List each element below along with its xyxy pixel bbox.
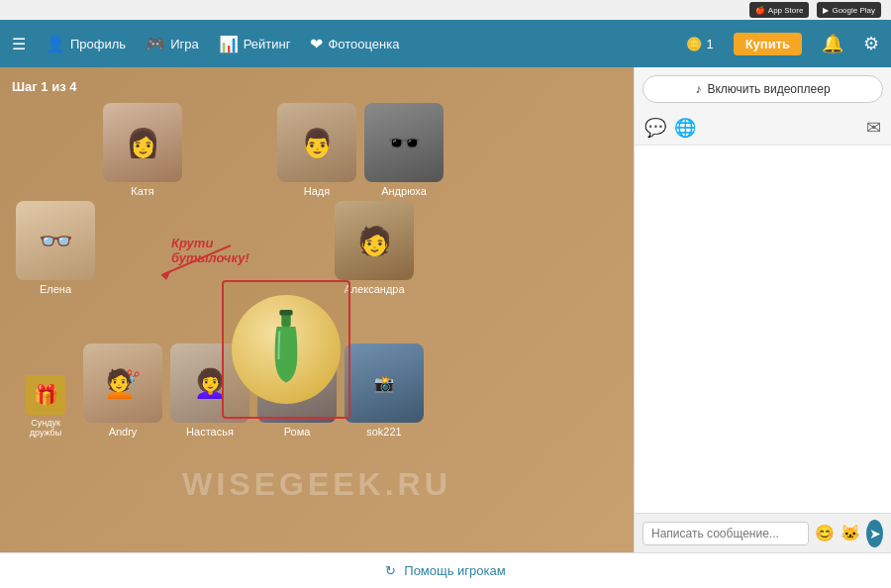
list-item: 🕶️ Андрюха xyxy=(364,103,444,197)
send-button[interactable]: ➤ xyxy=(866,520,883,547)
send-icon: ➤ xyxy=(869,526,881,541)
avatar: 👨 xyxy=(277,103,356,182)
mail-icon[interactable]: ✉ xyxy=(866,117,881,139)
spin-hint-text: Крути бутылочку! xyxy=(171,236,260,265)
video-player-btn[interactable]: ♪ Включить видеоплеер xyxy=(643,75,883,103)
nav-menu-btn[interactable]: ☰ xyxy=(12,35,26,53)
right-panel: ♪ Включить видеоплеер 💬 🌐 ✉ 😊 🐱 ➤ xyxy=(634,67,891,552)
google-play-label: Google Play xyxy=(832,6,875,15)
player-name: Андрюха xyxy=(381,185,427,197)
profile-label: Профиль xyxy=(70,37,126,51)
game-label: Игра xyxy=(170,37,199,51)
profile-icon: 👤 xyxy=(46,35,65,53)
player-name: Настасья xyxy=(186,426,234,438)
emoji-btn[interactable]: 😊 xyxy=(815,524,835,542)
bottle-circle xyxy=(232,295,341,404)
content-row: Шаг 1 из 4 👩 Катя 👨 Надя 🕶️ Андрюха xyxy=(0,67,891,552)
watermark: WISEGEEK.RU xyxy=(182,466,451,503)
photo-rating-label: Фотооценка xyxy=(328,37,399,51)
list-item: 👓 Елена xyxy=(16,201,95,340)
player-name: Рома xyxy=(284,426,311,438)
svg-marker-3 xyxy=(161,270,171,280)
music-note-icon: ♪ xyxy=(695,82,701,96)
buy-button[interactable]: Купить xyxy=(734,33,802,55)
coin-icon: 🪙 xyxy=(686,37,702,51)
app-store-label: App Store xyxy=(768,6,804,15)
photo-icon: ❤ xyxy=(310,35,323,53)
svg-rect-1 xyxy=(279,309,292,315)
help-refresh-icon: ↻ xyxy=(385,563,396,578)
list-item: 👨 Надя xyxy=(277,103,356,197)
chest-label: Сундук дружбы xyxy=(16,418,75,438)
player-name: Надя xyxy=(304,185,330,197)
player-name: Елена xyxy=(40,283,71,295)
settings-gear-icon[interactable]: ⚙ xyxy=(863,33,879,54)
chat-input[interactable] xyxy=(643,522,809,545)
list-item: 📸 sok221 xyxy=(345,343,424,438)
google-play-btn[interactable]: ▶ Google Play xyxy=(817,2,881,18)
avatar: 📸 xyxy=(345,343,424,423)
main-wrapper: Шаг 1 из 4 👩 Катя 👨 Надя 🕶️ Андрюха xyxy=(0,67,891,588)
chat-bubble-icon[interactable]: 💬 xyxy=(644,117,666,139)
globe-icon[interactable]: 🌐 xyxy=(674,117,696,139)
app-store-btn[interactable]: 🍎 App Store xyxy=(749,2,810,18)
list-item: 👩 Катя xyxy=(103,103,182,197)
chat-messages-area xyxy=(635,146,891,513)
chest-item[interactable]: 🎁 Сундук дружбы xyxy=(16,375,75,438)
menu-icon: ☰ xyxy=(12,35,26,53)
nav-game[interactable]: 🎮 Игра xyxy=(146,35,199,53)
coins-display: 🪙 1 xyxy=(686,37,713,51)
player-name: sok221 xyxy=(366,426,401,438)
avatar: 👓 xyxy=(16,201,95,280)
player-name: Катя xyxy=(131,185,153,197)
coins-count: 1 xyxy=(706,37,713,51)
bottom-bar: ↻ Помощь игрокам xyxy=(0,552,891,588)
game-icon: 🎮 xyxy=(146,35,165,53)
help-label[interactable]: Помощь игрокам xyxy=(404,563,505,578)
list-item: 💇 Andry xyxy=(83,343,162,438)
step-label: Шаг 1 из 4 xyxy=(12,79,76,94)
bottle-svg xyxy=(266,308,306,392)
google-play-icon: ▶ xyxy=(823,6,829,15)
chest-icon: 🎁 xyxy=(26,375,65,415)
game-area: Шаг 1 из 4 👩 Катя 👨 Надя 🕶️ Андрюха xyxy=(0,67,634,552)
rating-icon: 📊 xyxy=(219,35,239,53)
nav-rating[interactable]: 📊 Рейтинг xyxy=(219,35,291,53)
nav-photo-rating[interactable]: ❤ Фотооценка xyxy=(310,35,399,53)
spin-hint-container: Крути бутылочку! xyxy=(161,236,260,289)
apple-icon: 🍎 xyxy=(755,6,765,15)
avatar: 🧑 xyxy=(335,201,414,280)
top-bar: 🍎 App Store ▶ Google Play xyxy=(0,0,891,20)
rating-label: Рейтинг xyxy=(244,37,291,51)
sticker-btn[interactable]: 🐱 xyxy=(841,524,860,542)
player-name: Александра xyxy=(344,283,404,295)
avatar: 🕶️ xyxy=(364,103,444,182)
player-name: Andry xyxy=(109,426,138,438)
notification-bell-icon[interactable]: 🔔 xyxy=(822,33,843,54)
avatar: 💇 xyxy=(83,343,162,423)
video-btn-label: Включить видеоплеер xyxy=(707,82,830,96)
avatar: 👩 xyxy=(103,103,182,182)
bottle-spinner[interactable] xyxy=(222,280,350,419)
nav-bar: ☰ 👤 Профиль 🎮 Игра 📊 Рейтинг ❤ Фотооценк… xyxy=(0,20,891,67)
nav-profile[interactable]: 👤 Профиль xyxy=(46,35,126,53)
chat-input-bar: 😊 🐱 ➤ xyxy=(635,513,891,552)
chat-icon-bar: 💬 🌐 ✉ xyxy=(635,111,891,146)
